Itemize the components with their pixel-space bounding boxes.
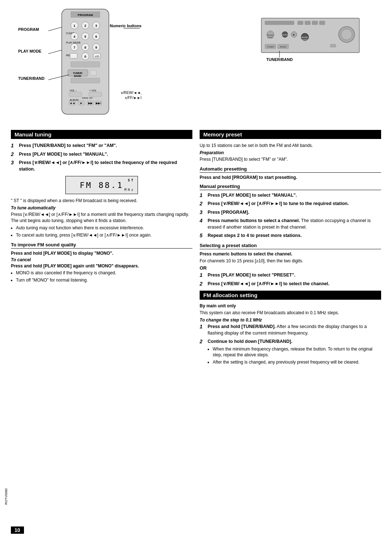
svg-rect-75: [330, 44, 336, 47]
page-number: 10: [11, 526, 24, 534]
fa-step-text-2: Continue to hold down [TUNER/BAND]. When…: [208, 339, 381, 368]
mhz-label: MHz: [124, 188, 135, 192]
sp-step-num-2: 2: [200, 281, 206, 287]
fa-step-text-1: Press and hold [TUNER/BAND]. After a few…: [208, 324, 381, 336]
mp-step-text-5: Repeat steps 2 to 4 to preset more stati…: [208, 233, 381, 239]
page: PROGRAM PLAY MODE TUNER/BAND PROGRAM 1 2: [0, 0, 392, 541]
svg-text:TUNER/BAND: TUNER/BAND: [266, 57, 293, 62]
mp-step-text-1: Press [PLAY MODE] to select "MANUAL".: [208, 192, 381, 199]
step-num-3: 3: [11, 160, 17, 165]
svg-rect-58: [319, 21, 325, 25]
manual-step-2: 2 Press [PLAY MODE] to select "MANUAL".: [11, 151, 192, 158]
mp-step-num-1: 1: [200, 192, 206, 198]
memory-preset-intro: Up to 15 stations can be set in both the…: [200, 143, 381, 149]
svg-line-51: [48, 75, 69, 80]
auto-tune-text: Press [∨/REW/◄◄] or [∧/FF/►►I] for a mom…: [11, 212, 192, 224]
mp-step-1: 1 Press [PLAY MODE] to select "MANUAL".: [200, 192, 381, 199]
fm-sound-bold: Press and hold [PLAY MODE] to display "M…: [11, 251, 192, 256]
fm-sound-bullet-1: MONO is also canceled if the frequency i…: [16, 270, 192, 276]
mp-step-3: 3 Press [PROGRAM].: [200, 209, 381, 216]
svg-text:PORT: PORT: [268, 37, 274, 39]
fm-sound-header: To improve FM sound quality: [11, 242, 192, 249]
svg-text:►: ►: [293, 33, 295, 36]
mp-step-4: 4 Press numeric buttons to select a chan…: [200, 218, 381, 230]
auto-tune-bullets: Auto tuning may not function when there …: [16, 225, 192, 238]
by-main-unit: By main unit only: [200, 303, 381, 308]
unit-svg: MUSIC PORT AUTO ► MUSIC PORT TUNER BAND …: [258, 15, 367, 62]
fm-allocation-header: FM allocation setting: [200, 291, 381, 300]
fa-bullet-1: When the minimum frequency changes, rele…: [213, 346, 381, 358]
sp-step-text-2: Press [∨/REW/◄◄] or [∧/FF/►►I] to select…: [208, 281, 381, 287]
step-text-1: Press [TUNER/BAND] to select "FM" or "AM…: [19, 143, 192, 149]
auto-tune-bullet-1: Auto tuning may not function when there …: [16, 225, 192, 231]
fm-sound-subsection: To improve FM sound quality Press and ho…: [11, 242, 192, 283]
auto-tune-bullet-2: To cancel auto tuning, press [∨/REW/◄◄] …: [16, 232, 192, 238]
preparation-subsection: Preparation Press [TUNER/BAND] to select…: [200, 150, 381, 163]
svg-rect-56: [305, 21, 310, 25]
display-area: FM 88.1 ST MHz: [65, 176, 138, 194]
manual-presetting-header: Manual presetting: [200, 184, 381, 190]
fa-bullet-2: After the setting is changed, any previo…: [213, 359, 381, 365]
selecting-preset-subsection: Selecting a preset station Press numeric…: [200, 243, 381, 287]
left-column: Manual tuning 1 Press [TUNER/BAND] to se…: [11, 130, 192, 371]
svg-text:AUTO: AUTO: [282, 34, 288, 36]
mp-step-2: 2 Press [∨/REW/◄◄] or [∧/FF/►►I] to tune…: [200, 201, 381, 207]
mp-step-text-3: Press [PROGRAM].: [208, 209, 381, 216]
svg-text:PORT: PORT: [302, 39, 308, 41]
vrew-label: ∨/REW/◄◄,: [121, 91, 142, 95]
fa-step-2: 2 Continue to hold down [TUNER/BAND]. Wh…: [200, 339, 381, 368]
svg-rect-57: [312, 21, 318, 25]
svg-point-60: [341, 29, 352, 40]
manual-step-1: 1 Press [TUNER/BAND] to select "FM" or "…: [11, 143, 192, 149]
fm-sound-bullet-2: Turn off "MONO" for normal listening.: [16, 277, 192, 283]
svg-rect-54: [265, 21, 294, 25]
fm-allocation-section: FM allocation setting By main unit only …: [200, 291, 381, 368]
step-num-1: 1: [11, 143, 17, 148]
fm-sound-bullets: MONO is also canceled if the frequency i…: [16, 270, 192, 283]
step-text-2: Press [PLAY MODE] to select "MANUAL".: [19, 151, 192, 158]
svg-text:MUSIC: MUSIC: [301, 36, 309, 38]
selecting-preset-bold: Press numeric buttons to select the chan…: [200, 251, 381, 257]
top-diagrams: PROGRAM PLAY MODE TUNER/BAND PROGRAM 1 2: [11, 7, 381, 123]
mp-step-num-4: 4: [200, 218, 206, 224]
manual-presetting-subsection: Manual presetting 1 Press [PLAY MODE] to…: [200, 184, 381, 239]
auto-tune-subsection: To tune automatically Press [∨/REW/◄◄] o…: [11, 205, 192, 238]
svg-line-50: [48, 50, 62, 54]
st-note: " ST " is displayed when a stereo FM bro…: [11, 198, 192, 204]
mp-step-text-2: Press [∨/REW/◄◄] or [∧/FF/►►I] to tune t…: [208, 201, 381, 207]
selecting-preset-header: Selecting a preset station: [200, 243, 381, 249]
fa-step-2-bullets: When the minimum frequency changes, rele…: [213, 346, 381, 365]
cancel-text: Press and hold [PLAY MODE] again until "…: [11, 263, 192, 269]
step-text-3: Press [∨/REW/◄◄] or [∧/FF/►►I] to select…: [19, 160, 192, 172]
mp-step-text-4: Press numeric buttons to select a channe…: [208, 218, 381, 230]
fm-allocation-intro: This system can also receive FM broadcas…: [200, 310, 381, 316]
display-text: FM 88.1: [80, 181, 124, 190]
fa-step-1: 1 Press and hold [TUNER/BAND]. After a f…: [200, 324, 381, 336]
manual-tuning-section: Manual tuning 1 Press [TUNER/BAND] to se…: [11, 130, 192, 283]
mp-step-num-3: 3: [200, 209, 206, 215]
memory-preset-header: Memory preset: [200, 130, 381, 139]
svg-text:TUNER: TUNER: [267, 46, 274, 48]
fa-step-num-1: 1: [200, 324, 206, 329]
sp-step-num-1: 1: [200, 272, 206, 278]
sp-step-2: 2 Press [∨/REW/◄◄] or [∧/FF/►►I] to sele…: [200, 281, 381, 287]
auto-presetting-header: Automatic presetting: [200, 166, 381, 173]
cancel-header: To cancel: [11, 257, 192, 262]
svg-text:BAND: BAND: [280, 46, 286, 48]
selecting-preset-sub: For channels 10 to 15 press [≥10], then …: [200, 258, 381, 264]
unit-diagram: MUSIC PORT AUTO ► MUSIC PORT TUNER BAND …: [258, 7, 374, 123]
mp-step-num-2: 2: [200, 201, 206, 206]
remote-diagram: PROGRAM PLAY MODE TUNER/BAND PROGRAM 1 2: [18, 7, 142, 123]
preparation-header: Preparation: [200, 150, 381, 155]
fa-step-num-2: 2: [200, 339, 206, 344]
memory-preset-section: Memory preset Up to 15 stations can be s…: [200, 130, 381, 287]
auto-presetting-bold: Press and hold [PROGRAM] to start preset…: [200, 175, 381, 180]
auto-tune-header: To tune automatically: [11, 205, 192, 210]
sp-step-text-1: Press [PLAY MODE] to select "PRESET".: [208, 272, 381, 279]
manual-tuning-header: Manual tuning: [11, 130, 192, 139]
auto-presetting-subsection: Automatic presetting Press and hold [PRO…: [200, 166, 381, 180]
mp-step-5: 5 Repeat steps 2 to 4 to preset more sta…: [200, 233, 381, 239]
main-content: Manual tuning 1 Press [TUNER/BAND] to se…: [11, 130, 381, 371]
svg-rect-55: [298, 21, 303, 25]
st-label: ST: [128, 179, 135, 182]
